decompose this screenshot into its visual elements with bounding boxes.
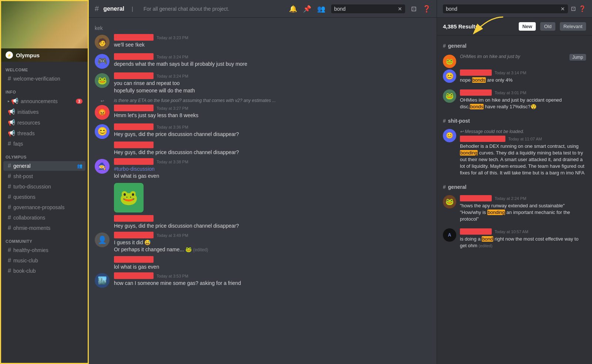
message-group: 🐸 ██████████ Today at 3:24 PM you can ri… [89,71,437,96]
layout-icon[interactable]: ⊡ [571,5,576,12]
search-avatar: 🐸 [443,195,456,208]
channel-shit-post[interactable]: # shit-post [3,171,85,181]
channel-threads[interactable]: 📢 threads [3,128,85,138]
hash-icon: # [8,214,11,221]
message-text: I guess it did 😅Or perhaps it changed na… [114,239,431,254]
channel-book-club[interactable]: # book-club [3,266,85,276]
sort-old-button[interactable]: Old [540,22,555,31]
channel-ohmie-moments[interactable]: # ohmie-moments [3,223,85,233]
channel-welcome-verification[interactable]: # welcome-verification [3,74,85,84]
avatar-col: 🧙 [95,158,110,212]
result-time: Today at 2:24 PM [495,196,527,201]
channel-name: music-club [13,258,83,263]
section-channel-name: shit-post [448,118,470,124]
username-redacted: ████████ [460,69,492,76]
channel-turbo-discussion[interactable]: # turbo-discussion [3,182,85,191]
avatar: 😊 [95,124,110,139]
search-result-item[interactable]: 😊 ↩ Message could not be loaded. ███████… [437,126,592,180]
server-header[interactable]: ⚡ Olympus [1,1,88,62]
hash-icon: # [8,163,11,169]
message-content: ██████████ Today at 3:36 PM Hey guys, di… [114,123,431,139]
sort-relevant-button[interactable]: Relevant [560,22,586,31]
message-text: Hey guys, did the price discussion chann… [114,131,431,138]
hash-icon: # [443,184,446,190]
hash-icon: # [8,257,11,264]
search-input[interactable] [331,4,405,13]
search-clear-icon[interactable]: ✕ [398,6,402,12]
avatar: 🧑 [95,35,110,50]
message-time: Today at 3:49 PM [157,233,188,238]
section-community: COMMUNITY [1,233,88,245]
message-group: 🏙️ ██████████ Today at 3:53 PM how can I… [89,271,437,289]
channel-resources[interactable]: 📢 resources [3,118,85,127]
search-section-general-2: # general [437,180,592,192]
result-time: Today at 3:14 PM [495,71,527,75]
message-content: ██████████ Today at 3:24 PM depends what… [114,53,431,69]
result-meta: ████████ Today at 3:14 PM [460,69,526,76]
channel-name: initiatives [17,109,83,115]
window-icon[interactable]: ⊡ [411,5,417,13]
help-icon[interactable]: ❓ [423,5,431,13]
highlight-bonding: bonding [460,150,478,156]
message-time: Today at 3:24 PM [157,55,188,59]
server-name-bar: ⚡ Olympus [1,48,88,62]
message-text: we'll see !kek [114,41,431,49]
pin-icon[interactable]: 📌 [303,5,311,13]
channel-faqs[interactable]: # faqs [3,139,85,149]
channel-name: ohmie-moments [13,225,83,231]
result-body: ↩ Message could not be loaded. █████████… [460,129,586,177]
search-result-item[interactable]: 🐸 ████████ Today at 3:01 PM OHMies im on… [437,86,592,113]
hash-icon: # [8,75,11,82]
chat-messages: kek 🧑 ██████████ Today at 3:23 PM we'll … [89,18,437,364]
result-time: Today at 11:07 AM [508,137,542,141]
message-continuation: lol what is gas even [89,263,437,271]
result-body: ████████ Today at 3:01 PM OHMies im on h… [460,89,586,110]
channel-collaborations[interactable]: # collaborations [3,213,85,222]
hash-icon: 📢 [8,108,15,115]
message-header: ██████████ Today at 3:36 PM [114,123,431,130]
username-redacted: ████████████ [460,136,505,142]
hash-icon: 📢 [8,130,15,137]
message-time: Today at 3:24 PM [157,74,188,78]
channel-mention[interactable]: #turbo-discussion [114,166,155,172]
channel-healthy-ohmies[interactable]: # healthy-ohmies [3,245,85,255]
cannot-load: ↩ Message could not be loaded. [460,129,586,134]
sort-new-button[interactable]: New [519,22,536,31]
header-icons: 🔔 📌 👥 ✕ ⊡ ❓ [289,4,431,13]
result-time: Today at 3:01 PM [495,91,527,95]
chat-header: # general | For all general chat about t… [89,0,437,18]
channel-initiatives[interactable]: 📢 initiatives [3,107,85,117]
message-header: ██████████ Today at 3:24 PM [114,53,431,60]
channel-name: governance-proposals [13,204,83,210]
bell-icon[interactable]: 🔔 [289,5,297,13]
channel-questions[interactable]: # questions [3,192,85,202]
hash-icon: # [8,140,11,147]
channel-governance-proposals[interactable]: # governance-proposals [3,203,85,212]
search-panel-input[interactable] [446,6,558,12]
username-redacted: ██████████ [114,53,154,60]
expand-icon: ▸ [8,99,10,103]
search-result-item[interactable]: A ████████ Today at 10:57 AM is doing a … [437,225,592,252]
message-group: 🧑 ██████████ Today at 3:23 PM we'll see … [89,33,437,51]
message-header: ██████████ Today at 3:27 PM [114,105,431,111]
result-main-row: 😊 ████████ Today at 3:14 PM nope bonds a… [443,69,586,84]
message-header: ██████████ Today at 3:53 PM [114,272,431,279]
search-clear-icon[interactable]: ✕ [561,6,565,12]
search-result-item[interactable]: 🐸 ████████ Today at 2:24 PM "hows the ap… [437,192,592,226]
message-group: ↩ 😡 is there any ETA on the fuse pool? a… [89,96,437,121]
search-result-item[interactable]: 🐸 OHMies im on hike and just by Jump 😊 █… [437,51,592,86]
result-meta: ████████ Today at 3:01 PM [460,89,586,96]
help-icon[interactable]: ❓ [579,5,586,12]
channel-music-club[interactable]: # music-club [3,256,85,265]
username-redacted: ██████████ [114,272,154,279]
jump-button[interactable]: Jump [569,54,586,61]
members-icon[interactable]: 👥 [317,5,325,13]
result-main-row: A ████████ Today at 10:57 AM is doing a … [443,228,586,249]
hash-icon: # [8,204,11,211]
result-meta: ████████ Today at 10:57 AM [460,228,586,235]
section-channel-name: general [448,43,467,49]
username-redacted: ██████████ [114,142,154,148]
channel-general[interactable]: # general 👥 [3,161,85,171]
username-redacted: ████████ [460,89,492,96]
channel-announcements[interactable]: ▸ 📢 announcements 3 [3,96,85,106]
